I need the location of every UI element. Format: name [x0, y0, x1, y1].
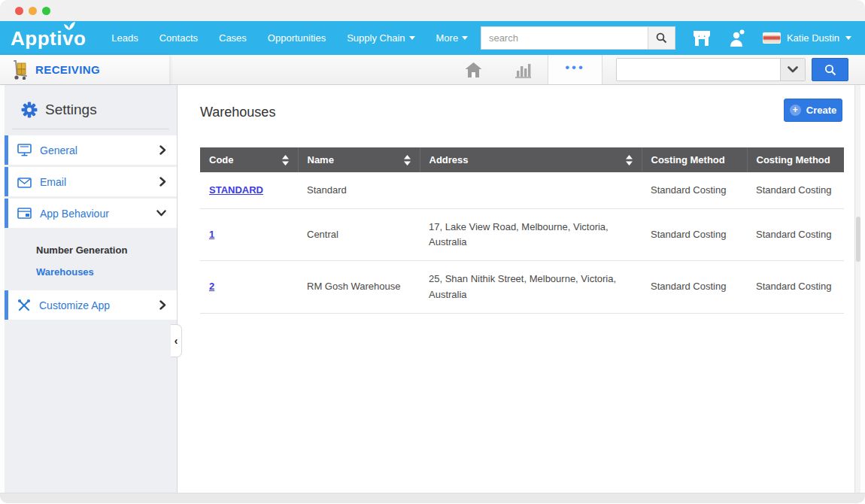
- page-title: Warehouses: [200, 105, 844, 120]
- table-row: 1 Central 17, Lake View Road, Melbourne,…: [200, 209, 844, 261]
- close-window-button[interactable]: [15, 7, 23, 15]
- menu-item-opportunities[interactable]: Opportunities: [268, 32, 326, 44]
- sort-icon: [626, 155, 633, 165]
- sidebar-collapse-handle[interactable]: ‹: [171, 324, 182, 357]
- column-header-name[interactable]: Name: [298, 147, 420, 172]
- sidebar-item-general[interactable]: General: [5, 135, 177, 165]
- warehouse-name: RM Gosh Warehouse: [298, 261, 420, 313]
- create-button[interactable]: + Create: [784, 99, 842, 122]
- sort-icon: [282, 155, 289, 165]
- sort-icon: [404, 155, 411, 165]
- home-icon[interactable]: [449, 55, 498, 84]
- app-window: Apptivo Leads Contacts Cases Opportuniti…: [0, 0, 865, 504]
- menu-item-more[interactable]: More: [436, 32, 469, 44]
- costing-method: Standard Costing: [747, 172, 844, 209]
- column-header-costing-method-1[interactable]: Costing Method: [642, 147, 747, 172]
- ellipsis-icon: •••: [565, 68, 585, 72]
- global-search-input[interactable]: [481, 26, 648, 50]
- envelope-icon: [17, 176, 32, 188]
- global-search-button[interactable]: [648, 26, 675, 50]
- user-avatar: [763, 32, 781, 44]
- user-menu[interactable]: Katie Dustin: [763, 32, 851, 44]
- leaf-icon: [63, 22, 75, 31]
- costing-method: Standard Costing: [642, 172, 747, 209]
- warehouse-name: Central: [298, 209, 420, 261]
- content-area: Warehouses + Create Code Name: [178, 85, 854, 493]
- search-icon: [656, 32, 667, 44]
- hand-truck-icon: [12, 60, 29, 80]
- column-header-costing-method-2[interactable]: Costing Method: [747, 147, 844, 172]
- warehouse-name: Standard: [298, 172, 420, 209]
- chevron-right-icon: [159, 300, 166, 310]
- scrollbar-thumb[interactable]: [856, 217, 860, 262]
- window-titlebar: [0, 0, 865, 21]
- window-bottom-edge: [0, 493, 865, 503]
- main-menu: Leads Contacts Cases Opportunities Suppl…: [111, 32, 468, 44]
- warehouse-code-link[interactable]: 2: [209, 281, 214, 292]
- chevron-right-icon: [159, 145, 166, 155]
- search-icon: [824, 64, 836, 76]
- user-notifications-icon[interactable]: [728, 29, 746, 48]
- sidebar-subitem-warehouses[interactable]: Warehouses: [5, 261, 177, 283]
- caret-down-icon: [845, 36, 851, 40]
- warehouse-address: 25, Shan Nithik Street, Melbourne, Victo…: [420, 261, 642, 313]
- costing-method: Standard Costing: [642, 261, 747, 313]
- warehouses-table: Code Name Address: [200, 147, 844, 314]
- warehouse-code-link[interactable]: 1: [209, 229, 214, 240]
- costing-method: Standard Costing: [747, 261, 844, 313]
- column-header-code[interactable]: Code: [200, 147, 298, 172]
- chevron-down-icon: [780, 59, 805, 80]
- warehouse-address: [420, 172, 642, 209]
- app-title-zone[interactable]: RECEIVING: [0, 55, 169, 84]
- chevron-down-icon: [156, 210, 166, 217]
- warehouse-address: 17, Lake View Road, Melbourne, Victoria,…: [420, 209, 642, 261]
- chevron-right-icon: [159, 177, 166, 187]
- vertical-scrollbar[interactable]: [854, 85, 860, 493]
- gear-icon: [21, 102, 38, 118]
- warehouse-code-link[interactable]: STANDARD: [209, 184, 263, 196]
- reports-chart-icon[interactable]: [498, 55, 548, 84]
- sidebar-item-app-behaviour[interactable]: App Behaviour: [5, 199, 177, 228]
- menu-item-leads[interactable]: Leads: [111, 32, 138, 44]
- column-header-address[interactable]: Address: [420, 147, 642, 172]
- caret-down-icon: [462, 36, 468, 40]
- caret-down-icon: [409, 36, 415, 40]
- costing-method: Standard Costing: [642, 209, 747, 261]
- plus-icon: +: [790, 105, 801, 116]
- zoom-window-button[interactable]: [42, 7, 50, 15]
- user-name: Katie Dustin: [787, 32, 839, 44]
- toolbar-search-button[interactable]: [812, 58, 848, 81]
- table-row: STANDARD Standard Standard Costing Stand…: [200, 172, 844, 209]
- sidebar-item-customize-app[interactable]: Customize App: [5, 290, 177, 320]
- monitor-icon: [17, 144, 32, 156]
- settings-sidebar: Settings General Email: [5, 85, 178, 493]
- window-right-edge: [860, 85, 865, 493]
- sidebar-item-email[interactable]: Email: [5, 167, 177, 196]
- menu-item-supply-chain[interactable]: Supply Chain: [347, 32, 414, 44]
- app-name: RECEIVING: [35, 63, 100, 76]
- sidebar-title: Settings: [45, 102, 97, 118]
- app-store-icon[interactable]: [692, 29, 712, 47]
- table-row: 2 RM Gosh Warehouse 25, Shan Nithik Stre…: [200, 261, 844, 313]
- sidebar-subitem-number-generation[interactable]: Number Generation: [5, 239, 177, 261]
- divider: [12, 129, 169, 129]
- app-window-icon: [17, 208, 32, 220]
- tools-icon: [17, 299, 31, 311]
- menu-item-cases[interactable]: Cases: [219, 32, 247, 44]
- top-navbar: Apptivo Leads Contacts Cases Opportuniti…: [0, 21, 865, 55]
- menu-item-contacts[interactable]: Contacts: [159, 32, 198, 44]
- app-toolbar: RECEIVING •••: [0, 55, 865, 85]
- apptivo-logo[interactable]: Apptivo: [11, 29, 86, 48]
- more-actions-button[interactable]: •••: [548, 55, 602, 84]
- view-select[interactable]: [616, 58, 806, 81]
- chevron-left-icon: ‹: [175, 335, 178, 347]
- minimize-window-button[interactable]: [29, 7, 37, 15]
- costing-method: Standard Costing: [747, 209, 844, 261]
